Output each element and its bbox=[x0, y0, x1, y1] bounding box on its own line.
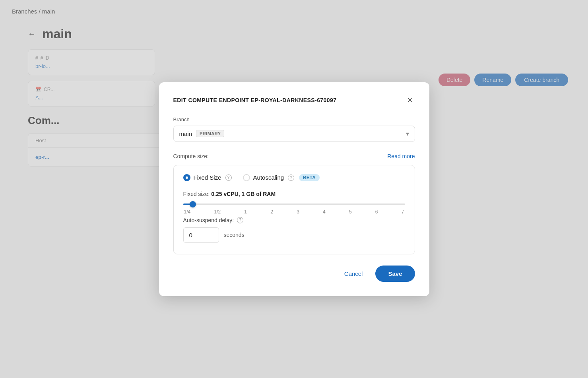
auto-suspend-input[interactable] bbox=[183, 227, 219, 243]
auto-suspend-unit: seconds bbox=[224, 232, 245, 238]
tick-0-5: 1/2 bbox=[214, 209, 221, 215]
modal-title: EDIT COMPUTE ENDPOINT EP-ROYAL-DARKNESS-… bbox=[173, 97, 337, 103]
autoscaling-label: Autoscaling bbox=[253, 174, 284, 181]
auto-suspend-section: Auto-suspend delay: ? seconds bbox=[183, 217, 405, 243]
compute-size-slider-container: 1/4 1/2 1 2 3 4 5 6 7 bbox=[183, 204, 405, 215]
slider-ticks: 1/4 1/2 1 2 3 4 5 6 7 bbox=[183, 209, 405, 215]
modal: EDIT COMPUTE ENDPOINT EP-ROYAL-DARKNESS-… bbox=[159, 82, 429, 296]
tick-4: 4 bbox=[323, 209, 326, 215]
tick-5: 5 bbox=[349, 209, 352, 215]
tick-7: 7 bbox=[402, 209, 404, 215]
compute-size-label: Compute size: bbox=[173, 153, 209, 159]
tick-6: 6 bbox=[375, 209, 378, 215]
fixed-size-help-icon[interactable]: ? bbox=[225, 174, 232, 181]
modal-footer: Cancel Save bbox=[173, 266, 415, 282]
auto-suspend-help-icon[interactable]: ? bbox=[237, 217, 243, 223]
autoscaling-radio[interactable] bbox=[243, 174, 250, 181]
tick-1: 1 bbox=[244, 209, 247, 215]
auto-suspend-label: Auto-suspend delay: ? bbox=[183, 217, 405, 223]
branch-label: Branch bbox=[173, 116, 415, 122]
tick-2: 2 bbox=[270, 209, 273, 215]
fixed-size-info: Fixed size: 0.25 vCPU, 1 GB of RAM bbox=[183, 191, 405, 197]
branch-name: main bbox=[179, 130, 192, 137]
modal-overlay: EDIT COMPUTE ENDPOINT EP-ROYAL-DARKNESS-… bbox=[0, 0, 588, 378]
tick-0-25: 1/4 bbox=[184, 209, 191, 215]
primary-badge: PRIMARY bbox=[196, 130, 224, 137]
cancel-button[interactable]: Cancel bbox=[338, 266, 369, 281]
compute-options-box: Fixed Size ? Autoscaling ? BETA Fixed si… bbox=[173, 165, 415, 254]
tick-3: 3 bbox=[297, 209, 299, 215]
autoscaling-help-icon[interactable]: ? bbox=[288, 174, 294, 181]
fixed-size-label: Fixed Size bbox=[194, 174, 221, 181]
modal-header: EDIT COMPUTE ENDPOINT EP-ROYAL-DARKNESS-… bbox=[173, 95, 415, 105]
fixed-size-value: 0.25 vCPU, 1 GB of RAM bbox=[211, 191, 276, 197]
branch-select-dropdown[interactable]: main PRIMARY ▾ bbox=[173, 126, 415, 142]
save-button[interactable]: Save bbox=[375, 266, 415, 282]
compute-size-header: Compute size: Read more bbox=[173, 153, 415, 159]
auto-suspend-input-row: seconds bbox=[183, 227, 405, 243]
beta-badge: BETA bbox=[299, 174, 320, 181]
fixed-size-option[interactable]: Fixed Size ? bbox=[183, 174, 232, 181]
autoscaling-option[interactable]: Autoscaling ? BETA bbox=[243, 174, 320, 181]
radio-row: Fixed Size ? Autoscaling ? BETA bbox=[183, 174, 405, 181]
read-more-link[interactable]: Read more bbox=[387, 153, 415, 159]
slider-track bbox=[183, 204, 405, 205]
chevron-down-icon: ▾ bbox=[406, 130, 409, 138]
slider-thumb[interactable] bbox=[190, 201, 196, 207]
close-button[interactable]: × bbox=[405, 95, 415, 105]
fixed-size-radio[interactable] bbox=[183, 174, 190, 181]
